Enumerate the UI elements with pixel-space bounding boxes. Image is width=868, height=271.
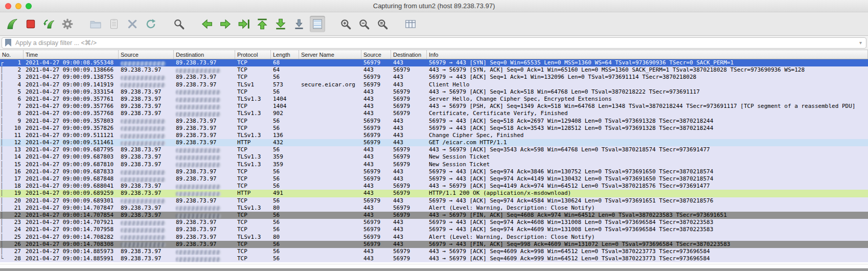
info-cell: 443 → 56979 [ACK] Seq=4609 Ack=999 Win=6… bbox=[427, 255, 868, 262]
column-header-source-port[interactable]: Source bbox=[361, 50, 391, 59]
packet-row-26[interactable]: │262021-04-27 09:00:14.70830889.238.73.9… bbox=[0, 241, 868, 248]
go-to-packet-button[interactable] bbox=[236, 16, 252, 32]
capture-options-button[interactable] bbox=[60, 16, 75, 32]
close-file-button[interactable] bbox=[125, 16, 140, 32]
source-port-cell: 443 bbox=[361, 88, 391, 96]
filter-bookmark-icon[interactable] bbox=[5, 39, 11, 47]
column-header-length[interactable]: Length bbox=[271, 50, 299, 59]
start-capture-button[interactable] bbox=[5, 16, 20, 32]
zoom-out-button[interactable] bbox=[356, 16, 372, 32]
destination-cell: 89.238.73.97 bbox=[174, 59, 235, 66]
column-header-no[interactable]: No. bbox=[0, 50, 24, 59]
protocol-cell: TLSv1.3 bbox=[235, 132, 271, 139]
save-file-button[interactable] bbox=[106, 16, 122, 32]
go-back-button[interactable] bbox=[199, 16, 215, 32]
redacted-address bbox=[176, 155, 221, 160]
packet-row-14[interactable]: │142021-04-27 09:00:09.68780389.238.73.9… bbox=[0, 153, 868, 161]
server-name-cell bbox=[299, 168, 361, 175]
packet-row-6[interactable]: │62021-04-27 09:00:09.35776189.238.73.97… bbox=[0, 96, 868, 103]
destination-port-cell: 443 bbox=[391, 241, 427, 248]
info-cell: 56979 → 443 [SYN] Seq=0 Win=65535 Len=0 … bbox=[427, 59, 868, 66]
titlebar[interactable]: Capturing from utun2 (host 89.238.73.97) bbox=[0, 0, 868, 12]
packet-row-18[interactable]: │182021-04-27 09:00:09.68804189.238.73.9… bbox=[0, 183, 868, 190]
info-cell: HTTP/1.1 200 OK (application/x-msdownloa… bbox=[427, 190, 868, 197]
packet-row-9[interactable]: │92021-04-27 09:00:09.35780389.238.73.97… bbox=[0, 118, 868, 125]
stream-mark: │ bbox=[0, 103, 5, 110]
packet-row-13[interactable]: │132021-04-27 09:00:09.68779589.238.73.9… bbox=[0, 146, 868, 153]
packet-row-19[interactable]: │192021-04-27 09:00:09.68925989.238.73.9… bbox=[0, 190, 868, 197]
packet-row-8[interactable]: │82021-04-27 09:00:09.35776889.238.73.97… bbox=[0, 110, 868, 117]
minimize-button[interactable] bbox=[15, 3, 21, 9]
no-cell: │2 bbox=[0, 66, 24, 74]
redacted-address bbox=[121, 221, 166, 225]
colorize-button[interactable] bbox=[310, 16, 325, 32]
protocol-cell: TCP bbox=[235, 59, 271, 66]
go-forward-button[interactable] bbox=[218, 16, 233, 32]
info-cell: 56979 → 443 [ACK] Seq=1 Ack=1 Win=132096… bbox=[427, 74, 868, 81]
source-port-cell: 443 bbox=[361, 96, 391, 103]
stream-mark: │ bbox=[0, 212, 5, 219]
packet-row-22[interactable]: │222021-04-27 09:00:14.70785489.238.73.9… bbox=[0, 212, 868, 219]
no-cell: │17 bbox=[0, 175, 24, 183]
close-button[interactable] bbox=[5, 3, 11, 9]
open-file-button[interactable] bbox=[88, 16, 103, 32]
packet-row-24[interactable]: │242021-04-27 09:00:14.70795889.238.73.9… bbox=[0, 226, 868, 233]
column-header-time[interactable]: Time bbox=[24, 50, 119, 59]
redacted-address bbox=[121, 126, 166, 131]
packet-row-21[interactable]: │212021-04-27 09:00:14.70784789.238.73.9… bbox=[0, 205, 868, 212]
go-to-bottom-button[interactable] bbox=[273, 16, 288, 32]
column-header-source[interactable]: Source bbox=[119, 50, 174, 59]
packet-row-1[interactable]: ┌12021-04-27 09:00:08.95534889.238.73.97… bbox=[0, 59, 868, 66]
time-cell: 2021-04-27 09:00:14.707847 bbox=[24, 205, 119, 212]
packet-row-25[interactable]: │252021-04-27 09:00:14.70828289.238.73.9… bbox=[0, 234, 868, 241]
capture-options-icon bbox=[61, 18, 74, 30]
column-header-info[interactable]: Info bbox=[427, 50, 868, 59]
packet-row-5[interactable]: │52021-04-27 09:00:09.33315489.238.73.97… bbox=[0, 88, 868, 96]
server-name-cell bbox=[299, 139, 361, 146]
redacted-address bbox=[176, 214, 221, 218]
packet-row-16[interactable]: │162021-04-27 09:00:09.68783389.238.73.9… bbox=[0, 168, 868, 175]
length-cell: 491 bbox=[271, 190, 299, 197]
redacted-address bbox=[176, 185, 221, 189]
packet-row-15[interactable]: │152021-04-27 09:00:09.68781089.238.73.9… bbox=[0, 161, 868, 168]
display-filter-input[interactable] bbox=[14, 39, 856, 47]
packet-row-11[interactable]: │112021-04-27 09:00:09.51112189.238.73.9… bbox=[0, 132, 868, 139]
zoom-in-button[interactable] bbox=[338, 16, 353, 32]
column-header-protocol[interactable]: Protocol bbox=[235, 50, 271, 59]
find-packet-button[interactable] bbox=[171, 16, 187, 32]
stop-capture-button[interactable] bbox=[23, 16, 38, 32]
destination-port-cell: 443 bbox=[391, 219, 427, 226]
colorize-icon bbox=[311, 18, 324, 30]
filter-field[interactable]: ▾ bbox=[2, 37, 866, 49]
column-header-server-name[interactable]: Server Name bbox=[299, 50, 361, 59]
no-cell: │13 bbox=[0, 146, 24, 153]
packet-row-7[interactable]: │72021-04-27 09:00:09.35776689.238.73.97… bbox=[0, 103, 868, 110]
stream-mark: │ bbox=[0, 88, 5, 96]
protocol-cell: TLSv1 bbox=[235, 81, 271, 88]
packet-row-12[interactable]: │122021-04-27 09:00:09.51146189.238.73.9… bbox=[0, 139, 868, 146]
auto-scroll-icon bbox=[293, 18, 305, 30]
auto-scroll-button[interactable] bbox=[291, 16, 307, 32]
packet-row-23[interactable]: │232021-04-27 09:00:14.70792189.238.73.9… bbox=[0, 219, 868, 226]
packet-row-3[interactable]: │32021-04-27 09:00:09.13875589.238.73.97… bbox=[0, 74, 868, 81]
reload-file-button[interactable] bbox=[143, 16, 158, 32]
packet-row-27[interactable]: │272021-04-27 09:00:14.88597389.238.73.9… bbox=[0, 248, 868, 255]
pane-splitter[interactable] bbox=[0, 264, 868, 271]
packet-row-4[interactable]: │42021-04-27 09:00:09.14191989.238.73.97… bbox=[0, 81, 868, 88]
packet-row-10[interactable]: │102021-04-27 09:00:09.35782689.238.73.9… bbox=[0, 125, 868, 132]
column-header-destination[interactable]: Destination bbox=[174, 50, 235, 59]
no-cell: │23 bbox=[0, 219, 24, 226]
zoom-reset-button[interactable] bbox=[375, 16, 390, 32]
packet-row-2[interactable]: │22021-04-27 09:00:09.13866689.238.73.97… bbox=[0, 66, 868, 74]
filter-dropdown-icon[interactable]: ▾ bbox=[859, 40, 863, 46]
resize-columns-button[interactable] bbox=[403, 16, 418, 32]
packet-row-17[interactable]: │172021-04-27 09:00:09.68784889.238.73.9… bbox=[0, 175, 868, 183]
column-header-destination-port[interactable]: Destination bbox=[391, 50, 427, 59]
restart-capture-button[interactable] bbox=[41, 16, 57, 32]
packet-row-28[interactable]: └282021-04-27 09:00:14.88599189.238.73.9… bbox=[0, 255, 868, 262]
destination-port-cell: 443 bbox=[391, 226, 427, 233]
packet-row-20[interactable]: │202021-04-27 09:00:09.68930189.238.73.9… bbox=[0, 197, 868, 205]
go-to-top-button[interactable] bbox=[255, 16, 270, 32]
zoom-button[interactable] bbox=[26, 3, 32, 9]
redacted-address bbox=[176, 192, 221, 196]
